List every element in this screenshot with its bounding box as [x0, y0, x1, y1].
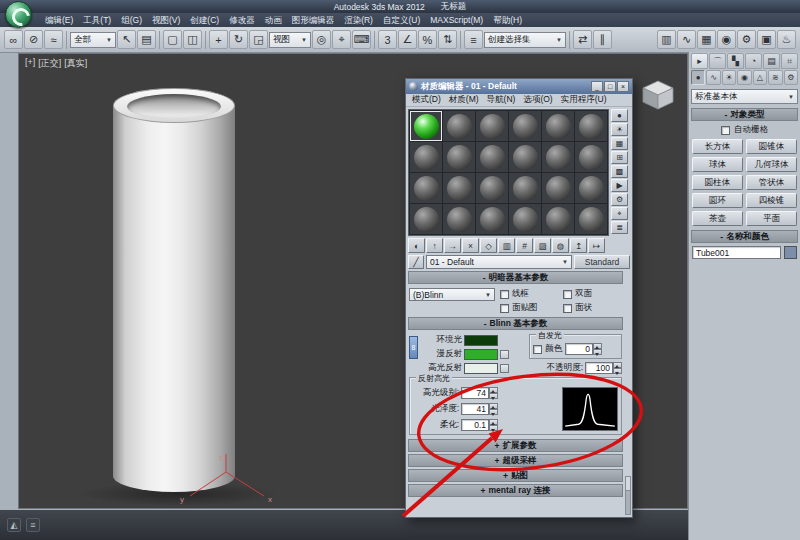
- material-editor-scrollbar[interactable]: [625, 476, 631, 515]
- minimize-icon[interactable]: _: [591, 81, 603, 92]
- material-sample-slot[interactable]: [443, 142, 475, 172]
- maps-rollout[interactable]: + 贴图: [408, 469, 623, 482]
- render-setup-icon[interactable]: ⚙: [737, 30, 756, 49]
- reference-coordinate-dropdown[interactable]: 视图 ▼: [269, 32, 311, 48]
- pick-material-eyedropper-icon[interactable]: ╱: [408, 255, 424, 269]
- specular-map-button[interactable]: [500, 364, 509, 373]
- render-production-icon[interactable]: ♨: [777, 30, 796, 49]
- menu-item-animation[interactable]: 动画: [260, 13, 287, 27]
- systems-icon[interactable]: ⚙: [784, 70, 798, 85]
- menu-item-tools[interactable]: 工具(T): [78, 13, 116, 27]
- edit-named-sets-icon[interactable]: ≡: [464, 30, 483, 49]
- material-sample-slot[interactable]: [575, 111, 607, 141]
- geometry-icon[interactable]: ●: [691, 70, 705, 85]
- material-sample-slot[interactable]: [575, 204, 607, 234]
- material-navigator-icon[interactable]: ≣: [611, 221, 628, 234]
- menu-item-options[interactable]: 选项(O): [519, 94, 556, 106]
- object-name-field[interactable]: Tube001: [692, 246, 781, 259]
- material-sample-slot[interactable]: [476, 173, 508, 203]
- viewcube[interactable]: [640, 79, 676, 111]
- spacewarps-icon[interactable]: ≋: [768, 70, 782, 85]
- material-sample-slot[interactable]: [575, 173, 607, 203]
- material-sample-slot[interactable]: [476, 142, 508, 172]
- bind-to-spacewarp-icon[interactable]: ≈: [44, 30, 63, 49]
- material-sample-slot[interactable]: [443, 173, 475, 203]
- make-preview-icon[interactable]: ▶: [611, 179, 628, 192]
- select-object-icon[interactable]: ↖: [117, 30, 136, 49]
- shapes-icon[interactable]: ∿: [706, 70, 720, 85]
- menu-item-modes[interactable]: 模式(D): [408, 94, 445, 106]
- shader-basic-rollout-header[interactable]: - 明暗器基本参数: [408, 271, 623, 284]
- material-sample-slot[interactable]: [509, 173, 541, 203]
- tube-object[interactable]: [113, 88, 235, 492]
- lights-icon[interactable]: ☀: [722, 70, 736, 85]
- mirror-icon[interactable]: ⇄: [573, 30, 592, 49]
- primitive-button-tube[interactable]: 管状体: [746, 175, 797, 190]
- menu-item-views[interactable]: 视图(V): [147, 13, 185, 27]
- material-sample-slot[interactable]: [410, 142, 442, 172]
- select-by-name-icon[interactable]: ▤: [137, 30, 156, 49]
- specular-color-swatch[interactable]: [464, 363, 498, 374]
- material-name-dropdown[interactable]: 01 - Default ▼: [426, 255, 572, 269]
- viewport-menu-label[interactable]: [+]: [25, 57, 35, 70]
- autogrid-checkbox[interactable]: [721, 126, 730, 135]
- primitive-button-pyramid[interactable]: 四棱锥: [746, 193, 797, 208]
- snap-toggle-3d-icon[interactable]: 3: [378, 30, 397, 49]
- go-to-sibling-icon[interactable]: ↦: [588, 238, 605, 253]
- menu-item-rendering[interactable]: 渲染(R): [339, 13, 378, 27]
- max-logo-icon[interactable]: [5, 1, 32, 28]
- face-map-checkbox[interactable]: [500, 304, 509, 313]
- layer-manager-icon[interactable]: ▥: [657, 30, 676, 49]
- sample-type-icon[interactable]: ●: [611, 109, 628, 122]
- material-sample-slot[interactable]: [509, 204, 541, 234]
- assign-to-selection-icon[interactable]: →: [444, 238, 461, 253]
- material-sample-slot[interactable]: [542, 173, 574, 203]
- schematic-view-icon[interactable]: ▦: [697, 30, 716, 49]
- unlink-selection-icon[interactable]: ⊘: [24, 30, 43, 49]
- faceted-checkbox[interactable]: [563, 304, 572, 313]
- menu-item-edit[interactable]: 编辑(E): [40, 13, 78, 27]
- menu-item-help[interactable]: 帮助(H): [488, 13, 527, 27]
- spinner-snap-icon[interactable]: ⇅: [438, 30, 457, 49]
- primitive-button-cone[interactable]: 圆锥体: [746, 139, 797, 154]
- primitive-category-dropdown[interactable]: 标准基本体 ▼: [691, 89, 798, 104]
- material-sample-slot-selected[interactable]: [410, 111, 442, 141]
- self-illum-color-checkbox[interactable]: [533, 345, 542, 354]
- maximize-icon[interactable]: □: [604, 81, 616, 92]
- modify-tab-icon[interactable]: ⌒: [709, 53, 726, 69]
- supersampling-rollout[interactable]: + 超级采样: [408, 454, 623, 467]
- material-sample-slot[interactable]: [575, 142, 607, 172]
- material-sample-slot[interactable]: [410, 173, 442, 203]
- create-tab-icon[interactable]: ▸: [691, 53, 708, 69]
- mentalray-connection-rollout[interactable]: + mental ray 连接: [408, 484, 623, 497]
- material-editor-titlebar[interactable]: 材质编辑器 - 01 - Default _ □ ×: [406, 79, 632, 94]
- primitive-button-teapot[interactable]: 茶壶: [692, 211, 743, 226]
- material-sample-slot[interactable]: [509, 111, 541, 141]
- selection-lock-icon[interactable]: ≡: [26, 518, 40, 532]
- helpers-icon[interactable]: △: [753, 70, 767, 85]
- object-type-rollout-header[interactable]: - 对象类型: [691, 108, 798, 121]
- backlight-icon[interactable]: ☀: [611, 123, 628, 136]
- viewport-view-label[interactable]: [正交]: [38, 57, 61, 70]
- percent-snap-icon[interactable]: %: [418, 30, 437, 49]
- close-icon[interactable]: ×: [617, 81, 629, 92]
- primitive-button-sphere[interactable]: 球体: [692, 157, 743, 172]
- menu-item-material[interactable]: 材质(M): [445, 94, 483, 106]
- shader-type-dropdown[interactable]: (B)Blinn ▼: [409, 288, 495, 301]
- cameras-icon[interactable]: ◉: [737, 70, 751, 85]
- menu-item-modifiers[interactable]: 修改器: [224, 13, 260, 27]
- material-sample-slot[interactable]: [443, 111, 475, 141]
- material-sample-slot[interactable]: [410, 204, 442, 234]
- primitive-button-torus[interactable]: 圆环: [692, 193, 743, 208]
- menu-item-graph-editors[interactable]: 图形编辑器: [287, 13, 340, 27]
- align-icon[interactable]: ∥: [593, 30, 612, 49]
- soften-spinner[interactable]: 0.1: [461, 419, 498, 431]
- show-end-result-icon[interactable]: ◍: [552, 238, 569, 253]
- make-unique-icon[interactable]: ◇: [480, 238, 497, 253]
- material-sample-slot[interactable]: [509, 142, 541, 172]
- primitive-button-geosphere[interactable]: 几何球体: [746, 157, 797, 172]
- show-map-in-viewport-icon[interactable]: ▨: [534, 238, 551, 253]
- use-pivot-center-icon[interactable]: ◎: [312, 30, 331, 49]
- hierarchy-tab-icon[interactable]: ▚: [727, 53, 744, 69]
- ambient-color-swatch[interactable]: [464, 335, 498, 346]
